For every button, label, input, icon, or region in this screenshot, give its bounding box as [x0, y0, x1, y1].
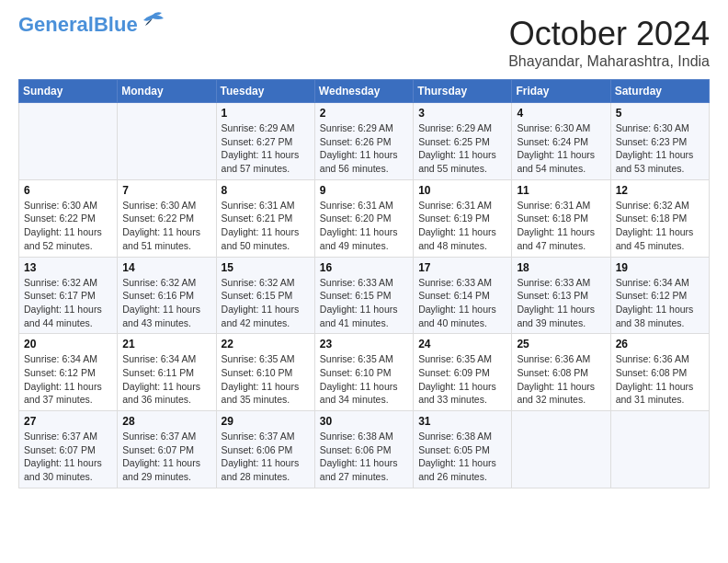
table-row: 29Sunrise: 6:37 AM Sunset: 6:06 PM Dayli… [216, 411, 314, 488]
header: GeneralBlue October 2024 Bhayandar, Maha… [18, 15, 710, 70]
day-number: 26 [616, 338, 704, 350]
calendar-week-row: 1Sunrise: 6:29 AM Sunset: 6:27 PM Daylig… [19, 103, 710, 180]
calendar-table: Sunday Monday Tuesday Wednesday Thursday… [18, 79, 710, 488]
col-sunday: Sunday [19, 80, 118, 103]
table-row [512, 411, 610, 488]
table-row: 7Sunrise: 6:30 AM Sunset: 6:22 PM Daylig… [118, 179, 216, 257]
table-row: 11Sunrise: 6:31 AM Sunset: 6:18 PM Dayli… [512, 179, 610, 257]
table-row: 22Sunrise: 6:35 AM Sunset: 6:10 PM Dayli… [216, 334, 314, 411]
day-number: 20 [24, 338, 112, 350]
day-info: Sunrise: 6:30 AM Sunset: 6:22 PM Dayligh… [122, 199, 210, 253]
table-row: 5Sunrise: 6:30 AM Sunset: 6:23 PM Daylig… [610, 103, 709, 180]
table-row: 3Sunrise: 6:29 AM Sunset: 6:25 PM Daylig… [414, 103, 512, 180]
day-info: Sunrise: 6:35 AM Sunset: 6:10 PM Dayligh… [320, 352, 408, 407]
day-number: 19 [616, 261, 704, 274]
table-row: 13Sunrise: 6:32 AM Sunset: 6:17 PM Dayli… [19, 257, 118, 334]
day-number: 15 [222, 261, 310, 274]
table-row: 24Sunrise: 6:35 AM Sunset: 6:09 PM Dayli… [414, 334, 512, 411]
calendar-week-row: 27Sunrise: 6:37 AM Sunset: 6:07 PM Dayli… [19, 411, 710, 488]
logo-text: GeneralBlue [18, 15, 138, 35]
table-row: 25Sunrise: 6:36 AM Sunset: 6:08 PM Dayli… [512, 334, 610, 411]
day-number: 28 [122, 415, 210, 428]
day-number: 13 [24, 261, 112, 274]
day-number: 12 [616, 184, 704, 197]
day-info: Sunrise: 6:37 AM Sunset: 6:06 PM Dayligh… [222, 430, 310, 484]
day-number: 25 [517, 338, 605, 350]
day-info: Sunrise: 6:30 AM Sunset: 6:22 PM Dayligh… [24, 199, 112, 253]
day-info: Sunrise: 6:38 AM Sunset: 6:05 PM Dayligh… [418, 430, 506, 484]
main-title: October 2024 [508, 15, 710, 53]
title-block: October 2024 Bhayandar, Maharashtra, Ind… [508, 15, 710, 70]
table-row: 26Sunrise: 6:36 AM Sunset: 6:08 PM Dayli… [610, 334, 709, 411]
day-info: Sunrise: 6:31 AM Sunset: 6:21 PM Dayligh… [222, 199, 310, 253]
table-row: 18Sunrise: 6:33 AM Sunset: 6:13 PM Dayli… [512, 257, 610, 334]
day-number: 8 [222, 184, 310, 197]
day-number: 2 [320, 107, 408, 120]
table-row: 23Sunrise: 6:35 AM Sunset: 6:10 PM Dayli… [314, 334, 413, 411]
day-info: Sunrise: 6:30 AM Sunset: 6:24 PM Dayligh… [517, 121, 605, 176]
table-row: 8Sunrise: 6:31 AM Sunset: 6:21 PM Daylig… [216, 179, 314, 257]
table-row: 12Sunrise: 6:32 AM Sunset: 6:18 PM Dayli… [610, 179, 709, 257]
day-number: 14 [122, 261, 210, 274]
day-number: 17 [418, 261, 506, 274]
day-number: 4 [517, 107, 605, 120]
day-info: Sunrise: 6:29 AM Sunset: 6:25 PM Dayligh… [418, 121, 506, 176]
day-info: Sunrise: 6:31 AM Sunset: 6:20 PM Dayligh… [320, 199, 408, 253]
day-number: 30 [320, 415, 408, 428]
subtitle: Bhayandar, Maharashtra, India [508, 53, 710, 70]
table-row: 31Sunrise: 6:38 AM Sunset: 6:05 PM Dayli… [414, 411, 512, 488]
col-saturday: Saturday [610, 80, 709, 103]
day-info: Sunrise: 6:34 AM Sunset: 6:12 PM Dayligh… [24, 352, 112, 407]
day-info: Sunrise: 6:29 AM Sunset: 6:27 PM Dayligh… [222, 121, 310, 176]
day-info: Sunrise: 6:32 AM Sunset: 6:17 PM Dayligh… [24, 276, 112, 330]
table-row: 16Sunrise: 6:33 AM Sunset: 6:15 PM Dayli… [314, 257, 413, 334]
table-row: 17Sunrise: 6:33 AM Sunset: 6:14 PM Dayli… [414, 257, 512, 334]
day-number: 24 [418, 338, 506, 350]
logo: GeneralBlue [18, 15, 165, 35]
day-info: Sunrise: 6:30 AM Sunset: 6:23 PM Dayligh… [616, 121, 704, 176]
day-number: 23 [320, 338, 408, 350]
day-number: 11 [517, 184, 605, 197]
col-thursday: Thursday [414, 80, 512, 103]
day-number: 21 [122, 338, 210, 350]
table-row: 9Sunrise: 6:31 AM Sunset: 6:20 PM Daylig… [314, 179, 413, 257]
day-info: Sunrise: 6:33 AM Sunset: 6:15 PM Dayligh… [320, 276, 408, 330]
day-info: Sunrise: 6:32 AM Sunset: 6:16 PM Dayligh… [122, 276, 210, 330]
table-row: 30Sunrise: 6:38 AM Sunset: 6:06 PM Dayli… [314, 411, 413, 488]
page: GeneralBlue October 2024 Bhayandar, Maha… [0, 0, 728, 563]
col-friday: Friday [512, 80, 610, 103]
calendar-week-row: 20Sunrise: 6:34 AM Sunset: 6:12 PM Dayli… [19, 334, 710, 411]
day-info: Sunrise: 6:32 AM Sunset: 6:15 PM Dayligh… [222, 276, 310, 330]
day-number: 18 [517, 261, 605, 274]
day-number: 6 [24, 184, 112, 197]
day-number: 31 [418, 415, 506, 428]
table-row: 15Sunrise: 6:32 AM Sunset: 6:15 PM Dayli… [216, 257, 314, 334]
logo-bird-icon [140, 11, 165, 31]
table-row [19, 103, 118, 180]
day-number: 9 [320, 184, 408, 197]
day-info: Sunrise: 6:33 AM Sunset: 6:13 PM Dayligh… [517, 276, 605, 330]
day-info: Sunrise: 6:38 AM Sunset: 6:06 PM Dayligh… [320, 430, 408, 484]
day-number: 7 [122, 184, 210, 197]
day-info: Sunrise: 6:35 AM Sunset: 6:10 PM Dayligh… [222, 352, 310, 407]
table-row: 21Sunrise: 6:34 AM Sunset: 6:11 PM Dayli… [118, 334, 216, 411]
day-info: Sunrise: 6:34 AM Sunset: 6:11 PM Dayligh… [122, 352, 210, 407]
calendar-week-row: 6Sunrise: 6:30 AM Sunset: 6:22 PM Daylig… [19, 179, 710, 257]
table-row: 10Sunrise: 6:31 AM Sunset: 6:19 PM Dayli… [414, 179, 512, 257]
day-info: Sunrise: 6:31 AM Sunset: 6:18 PM Dayligh… [517, 199, 605, 253]
table-row: 20Sunrise: 6:34 AM Sunset: 6:12 PM Dayli… [19, 334, 118, 411]
day-info: Sunrise: 6:37 AM Sunset: 6:07 PM Dayligh… [24, 430, 112, 484]
col-wednesday: Wednesday [314, 80, 413, 103]
table-row: 19Sunrise: 6:34 AM Sunset: 6:12 PM Dayli… [610, 257, 709, 334]
table-row: 1Sunrise: 6:29 AM Sunset: 6:27 PM Daylig… [216, 103, 314, 180]
table-row: 6Sunrise: 6:30 AM Sunset: 6:22 PM Daylig… [19, 179, 118, 257]
day-info: Sunrise: 6:36 AM Sunset: 6:08 PM Dayligh… [616, 352, 704, 407]
table-row [610, 411, 709, 488]
day-number: 1 [222, 107, 310, 120]
day-info: Sunrise: 6:33 AM Sunset: 6:14 PM Dayligh… [418, 276, 506, 330]
table-row: 27Sunrise: 6:37 AM Sunset: 6:07 PM Dayli… [19, 411, 118, 488]
table-row: 28Sunrise: 6:37 AM Sunset: 6:07 PM Dayli… [118, 411, 216, 488]
day-info: Sunrise: 6:29 AM Sunset: 6:26 PM Dayligh… [320, 121, 408, 176]
logo-general: General [18, 13, 94, 36]
calendar-week-row: 13Sunrise: 6:32 AM Sunset: 6:17 PM Dayli… [19, 257, 710, 334]
